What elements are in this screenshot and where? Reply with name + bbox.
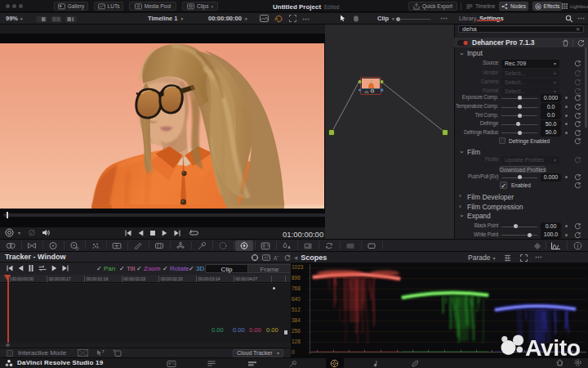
svg-text:Avito: Avito bbox=[525, 334, 581, 360]
svg-text:01: 01 bbox=[365, 90, 369, 94]
svg-text:Aˇ: Aˇ bbox=[274, 254, 279, 260]
svg-text:fx: fx bbox=[537, 4, 540, 8]
